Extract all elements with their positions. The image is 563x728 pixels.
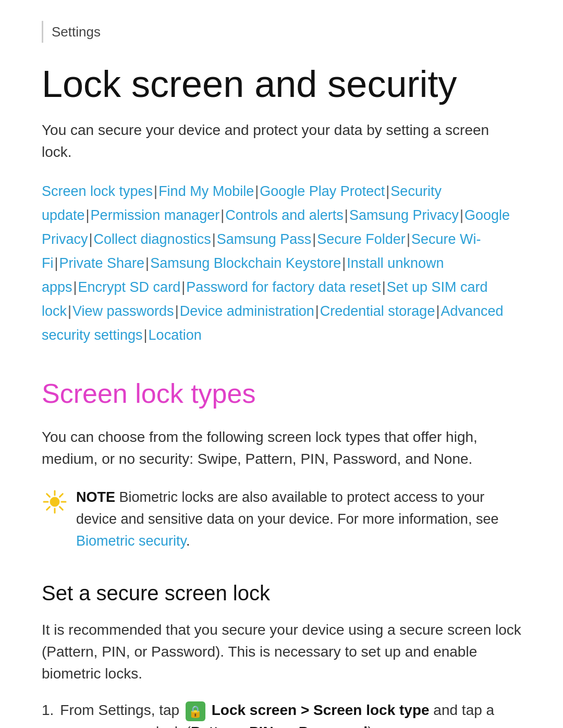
link-collect-diagnostics[interactable]: Collect diagnostics (94, 231, 211, 247)
svg-point-0 (50, 497, 59, 507)
note-box: NOTE Biometric locks are also available … (42, 487, 521, 552)
note-label: NOTE (76, 489, 115, 505)
link-device-admin[interactable]: Device administration (180, 303, 314, 319)
link-controls-alerts[interactable]: Controls and alerts (225, 207, 344, 223)
step-1-num: 1. (42, 699, 54, 721)
note-body: Biometric locks are also available to pr… (76, 489, 498, 527)
link-view-passwords[interactable]: View passwords (72, 303, 174, 319)
link-samsung-blockchain[interactable]: Samsung Blockchain Keystore (150, 255, 341, 271)
note-icon (42, 489, 68, 515)
note-text: NOTE Biometric locks are also available … (76, 487, 521, 552)
link-samsung-pass[interactable]: Samsung Pass (217, 231, 312, 247)
svg-line-8 (47, 507, 50, 510)
svg-line-5 (47, 494, 50, 497)
link-location[interactable]: Location (149, 327, 202, 343)
link-credential-storage[interactable]: Credential storage (320, 303, 435, 319)
link-private-share[interactable]: Private Share (59, 255, 145, 271)
link-find-my-mobile[interactable]: Find My Mobile (158, 183, 254, 199)
note-end: . (186, 533, 190, 549)
step-1-content: From Settings, tap Lock screen > Screen … (60, 699, 521, 728)
step-1-bold: Lock screen > Screen lock type (212, 702, 430, 718)
step-1: 1. From Settings, tap Lock screen > Scre… (42, 699, 521, 728)
lock-settings-icon (186, 701, 205, 721)
subsection-title: Set a secure screen lock (42, 577, 521, 609)
breadcrumb: Settings (42, 21, 521, 43)
link-google-play-protect[interactable]: Google Play Protect (260, 183, 385, 199)
pin-bold: PIN (249, 724, 274, 728)
page-intro: You can secure your device and protect y… (42, 119, 521, 163)
screen-lock-intro: You can choose from the following screen… (42, 426, 521, 470)
page-title: Lock screen and security (42, 64, 521, 105)
screen-lock-section-title: Screen lock types (42, 373, 521, 414)
link-permission-manager[interactable]: Permission manager (91, 207, 220, 223)
steps-list: 1. From Settings, tap Lock screen > Scre… (42, 699, 521, 728)
svg-line-7 (60, 494, 63, 497)
password-bold: Password (299, 724, 368, 728)
link-encrypt-sd[interactable]: Encrypt SD card (78, 279, 181, 295)
svg-line-6 (60, 507, 63, 510)
link-screen-lock-types[interactable]: Screen lock types (42, 183, 153, 199)
subsection-intro: It is recommended that you secure your d… (42, 619, 521, 685)
link-samsung-privacy[interactable]: Samsung Privacy (349, 207, 459, 223)
link-password-factory[interactable]: Password for factory data reset (186, 279, 381, 295)
breadcrumb-label: Settings (52, 24, 101, 40)
pattern-bold: Pattern (191, 724, 241, 728)
link-biometric-security[interactable]: Biometric security (76, 533, 186, 549)
links-section: Screen lock types|Find My Mobile|Google … (42, 180, 521, 347)
link-secure-folder[interactable]: Secure Folder (317, 231, 406, 247)
